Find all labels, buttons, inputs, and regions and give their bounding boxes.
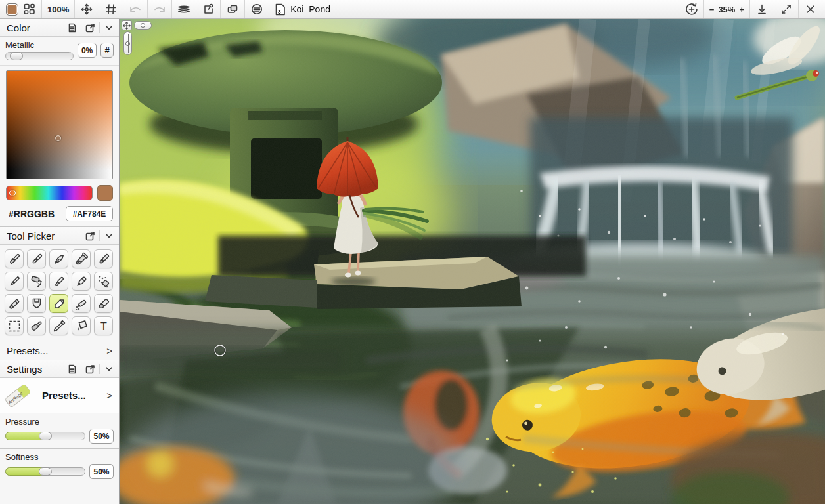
document-title: Koi_Pond — [290, 4, 330, 14]
tool-crayon[interactable] — [5, 294, 24, 313]
settings-popout-icon[interactable] — [84, 363, 97, 375]
tool-palette-knife[interactable] — [27, 294, 46, 313]
canvas-zoom-value[interactable]: 100% — [45, 5, 71, 14]
panel-layout-icon[interactable] — [21, 1, 38, 17]
color-picker-area — [0, 66, 119, 182]
tool-picker-collapse-chevron-icon[interactable] — [102, 230, 115, 242]
close-icon[interactable] — [802, 1, 819, 17]
metallic-slider[interactable] — [5, 52, 74, 60]
current-color-swatch[interactable] — [6, 3, 18, 16]
settings-presets-label: Presets... — [42, 390, 106, 401]
tool-text[interactable] — [94, 316, 113, 335]
tool-chalk[interactable] — [94, 294, 113, 313]
tool-stamp-hammer[interactable] — [27, 316, 46, 335]
redo-icon[interactable] — [151, 1, 168, 17]
document-title-area[interactable]: 3 Koi_Pond — [269, 3, 336, 16]
current-tool-row: ArtRage Presets... > — [0, 378, 119, 413]
tool-presets-row[interactable]: Presets... > — [0, 341, 119, 360]
metallic-label: Metallic — [5, 40, 74, 50]
pressure-block: Pressure 50% — [0, 413, 119, 449]
hue-slider[interactable] — [6, 186, 93, 200]
color-popout-icon[interactable] — [84, 22, 97, 34]
tool-grid — [0, 245, 119, 341]
softness-value-box[interactable]: 50% — [89, 464, 114, 479]
artrage-window: 100% — [0, 0, 825, 504]
settings-presets-row[interactable]: Presets... > — [35, 378, 119, 413]
tool-paint-roller[interactable] — [27, 272, 46, 291]
hex-value-input[interactable]: #AF784E — [66, 206, 113, 221]
canvas-pan-button[interactable] — [122, 20, 132, 30]
softness-block: Softness 50% — [0, 449, 119, 484]
canvas-hscroll-slider[interactable] — [134, 21, 152, 30]
settings-menu-icon[interactable] — [66, 363, 78, 375]
painting-canvas[interactable] — [120, 19, 825, 504]
tool-glitter-tube[interactable] — [72, 294, 91, 313]
svg-text:3: 3 — [278, 9, 281, 15]
download-icon[interactable] — [753, 1, 770, 17]
left-panel: Color — [0, 19, 120, 504]
color-menu-icon[interactable] — [66, 22, 78, 34]
view-zoom-value[interactable]: 35% — [716, 5, 737, 14]
tool-picker-header: Tool Picker — [0, 227, 119, 245]
document-badge-icon: 3 — [275, 3, 286, 16]
tool-oil-brush[interactable] — [5, 249, 24, 268]
zoom-in-button[interactable]: + — [737, 5, 746, 14]
hex-format-label: #RRGGBB — [6, 209, 66, 219]
hue-marker[interactable] — [9, 190, 16, 196]
settings-collapse-chevron-icon[interactable] — [102, 363, 115, 375]
tool-pencil[interactable] — [5, 272, 24, 291]
tool-color-sampler[interactable] — [49, 316, 68, 335]
undo-icon[interactable] — [127, 1, 144, 17]
tool-picker-popout-icon[interactable] — [84, 230, 97, 242]
metallic-value-box[interactable]: 0% — [78, 43, 97, 58]
tool-picker-title: Tool Picker — [7, 230, 84, 242]
picker-marker[interactable] — [55, 135, 61, 141]
tool-eraser[interactable] — [49, 294, 68, 313]
pan-tool-icon[interactable] — [78, 1, 95, 17]
tool-paint-tube[interactable] — [72, 272, 91, 291]
top-toolbar: 100% — [0, 0, 825, 19]
selected-color-swatch[interactable] — [97, 185, 113, 201]
tool-sticker-spray[interactable] — [94, 272, 113, 291]
color-panel-title: Color — [7, 22, 66, 33]
metallic-row: Metallic 0% # — [0, 37, 119, 66]
zoom-out-button[interactable]: − — [707, 5, 717, 14]
pressure-slider[interactable] — [5, 432, 85, 440]
grid-toggle-icon[interactable] — [102, 1, 120, 17]
tool-ink-pen[interactable] — [49, 249, 68, 268]
luminance-saturation-square[interactable] — [6, 70, 113, 179]
softness-label: Softness — [5, 452, 114, 462]
custom-picker-button[interactable]: # — [100, 43, 114, 58]
tool-felt-pen[interactable] — [49, 272, 68, 291]
settings-panel-title: Settings — [7, 364, 66, 375]
tool-selection[interactable] — [5, 316, 24, 335]
windows-icon[interactable] — [224, 1, 241, 17]
reset-view-icon[interactable] — [683, 1, 700, 17]
pressure-label: Pressure — [5, 417, 114, 427]
settings-panel-header: Settings — [0, 360, 119, 378]
tool-watercolor[interactable] — [27, 249, 46, 268]
color-collapse-chevron-icon[interactable] — [102, 22, 115, 34]
eraser-tool-preview[interactable]: ArtRage — [0, 378, 35, 413]
pressure-value-box[interactable]: 50% — [89, 429, 114, 444]
tool-marker[interactable] — [94, 249, 113, 268]
settings-presets-chevron-icon: > — [106, 390, 112, 401]
canvas-vscroll-slider[interactable] — [123, 32, 132, 55]
tool-presets-chevron-icon: > — [106, 345, 112, 356]
pod-popout-icon[interactable] — [200, 1, 217, 17]
tool-airbrush[interactable] — [72, 249, 91, 268]
softness-slider[interactable] — [5, 467, 85, 476]
tool-presets-label: Presets... — [7, 345, 106, 356]
color-panel-header: Color — [0, 19, 119, 37]
layers-icon[interactable] — [175, 1, 192, 17]
fullscreen-icon[interactable] — [778, 1, 795, 17]
koi-pond-artwork — [120, 19, 825, 504]
tool-fill-bucket[interactable] — [72, 316, 91, 335]
menu-circle-icon[interactable] — [248, 1, 265, 17]
